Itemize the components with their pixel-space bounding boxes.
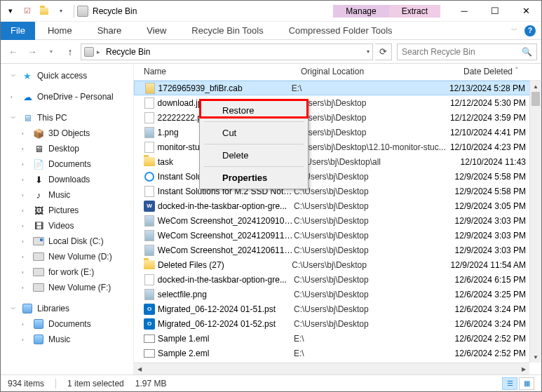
file-row[interactable]: WeCom Screenshot_202412061139...C:\Users… [134,243,541,257]
minimize-button[interactable]: ─ [449,1,480,21]
file-menu-button[interactable]: File [1,22,35,40]
context-tab-extract[interactable]: Extract [389,5,440,18]
scroll-right-icon[interactable]: ▶ [518,363,529,374]
vertical-scrollbar[interactable]: ▲ ▼ [529,81,541,363]
file-row[interactable]: Sample 1.emlE:\12/6/2024 2:52 PM [134,331,541,346]
search-icon[interactable]: 🔍 [522,47,532,57]
expand-ribbon-icon[interactable]: ﹀ [511,26,517,35]
file-row[interactable]: Wdocked-in-the-taskbar-option-gre...C:\U… [134,198,541,213]
qat-caret-icon[interactable]: ▾ [55,6,67,17]
navpane-item[interactable]: ›🖼Pictures [1,203,133,218]
navpane-item[interactable]: ›for work (E:) [1,264,133,280]
file-row[interactable]: Instant Solutions for M.2 SSD Not S...C:… [134,184,541,198]
refresh-button[interactable]: ⟳ [375,43,392,60]
context-menu-cut[interactable]: Cut [201,123,306,142]
close-button[interactable]: ✕ [510,1,541,21]
context-tab-manage[interactable]: Manage [333,5,388,18]
maximize-button[interactable]: ☐ [480,1,510,21]
search-input[interactable]: Search Recycle Bin 🔍 [397,43,537,60]
context-menu-properties[interactable]: Properties [201,168,306,187]
column-location[interactable]: Original Location [295,64,458,80]
star-icon: ★ [22,70,33,81]
scroll-left-icon[interactable]: ◀ [134,363,145,374]
qat-dropdown-icon[interactable]: ▾ [5,6,16,17]
navpane-thispc[interactable]: ﹀🖥This PC [1,110,133,126]
folder-icon: ♪ [33,189,44,201]
scroll-up-icon[interactable]: ▲ [530,81,541,92]
navpane-quick-access[interactable]: ﹀★Quick access [1,68,133,83]
menu-separator [204,166,304,167]
file-row[interactable]: WeCom Screenshot_202412091059...C:\Users… [134,213,541,228]
file-row[interactable]: Instant Solutions for M.2 SSD Not Sh...C… [134,169,541,184]
up-button[interactable]: ↑ [62,43,79,60]
file-row[interactable]: docked-in-the-taskbar-option-gre...C:\Us… [134,272,541,287]
navpane-item[interactable]: ›📄Documents [1,156,133,172]
file-date: 12/9/2024 3:05 PM [455,201,541,211]
context-menu-restore[interactable]: Restore [201,101,306,120]
navpane-item[interactable]: ›New Volume (D:) [1,249,133,264]
navpane-item[interactable]: ›🖥Desktop [1,141,133,156]
forward-button[interactable]: → [24,43,41,60]
file-icon [144,112,154,123]
navpane-onedrive[interactable]: ›☁OneDrive - Personal [1,89,133,104]
scroll-down-icon[interactable]: ▼ [530,351,541,363]
file-row[interactable]: WeCom Screenshot_202412091100...C:\Users… [134,228,541,243]
recent-button[interactable]: ▾ [43,43,60,60]
horizontal-scrollbar[interactable]: ◀ ▶ [134,363,529,374]
file-row[interactable]: selectfile.pngC:\Users\bj\Desktop12/6/20… [134,287,541,302]
navpane-item[interactable]: ›Local Disk (C:) [1,234,133,249]
navpane-item[interactable]: ›⬇Downloads [1,172,133,187]
file-row[interactable]: 1726965939_bfiBr.cabE:\12/13/2024 5:28 P… [134,81,541,95]
navpane-item[interactable]: ›Documents [1,316,133,332]
ribbon-tab-view[interactable]: View [134,22,179,40]
file-name: WeCom Screenshot_202412091100... [158,231,294,241]
file-date: 12/12/2024 3:59 PM [450,113,541,123]
view-details-button[interactable]: ☰ [502,377,517,390]
navpane-item[interactable]: ›♪Music [1,187,133,203]
file-location: C:\Users\bj\Desktop [294,216,455,226]
address-dropdown-icon[interactable]: ▾ [367,48,370,55]
mail-icon [144,349,155,358]
folder-icon: 📄 [33,158,44,170]
ribbon-tab-home[interactable]: Home [35,22,85,40]
view-thumbnails-button[interactable]: ▦ [519,377,534,390]
file-row[interactable]: taskC:\Users\bj\Desktop\all12/10/2024 11… [134,154,541,169]
file-date: 12/9/2024 5:58 PM [455,187,541,196]
file-row[interactable]: monitor-stuck-half.pngC:\Users\bj\Deskto… [134,140,541,154]
file-row[interactable]: OMigrated_06-12-2024 01-51.pstC:\Users\b… [134,302,541,316]
file-location: C:\Users\bj\Desktop [294,304,455,314]
breadcrumb-location[interactable]: Recycle Bin [103,47,153,57]
folder-icon: 🖼 [33,205,44,216]
navpane-item[interactable]: ›Music [1,332,133,347]
file-row[interactable]: Sample 2.emlE:\12/6/2024 2:52 PM [134,346,541,360]
help-icon[interactable]: ? [524,25,536,36]
qat-properties-icon[interactable]: ☑ [22,6,33,17]
qat-newfolder-icon[interactable] [39,6,50,17]
ribbon-tab-recyclebintools[interactable]: Recycle Bin Tools [179,22,276,40]
status-size: 1.97 MB [135,379,167,388]
navpane-item[interactable]: ›New Volume (F:) [1,280,133,295]
breadcrumb-sep-icon[interactable]: ▸ [97,48,100,55]
file-row[interactable]: download.jpgC:\Users\bj\Desktop12/12/202… [134,95,541,110]
ribbon-tab-compressedtools[interactable]: Compressed Folder Tools [276,22,405,40]
file-date: 12/9/2024 11:54 AM [451,260,541,270]
image-icon [144,289,154,300]
file-row[interactable]: OMigrated_06-12-2024 01-52.pstC:\Users\b… [134,316,541,331]
navpane-item[interactable]: ›📦3D Objects [1,126,133,141]
status-bar: 934 items 1 item selected 1.97 MB ☰ ▦ [1,374,541,391]
context-menu-delete[interactable]: Delete [201,146,306,165]
column-name[interactable]: Name [138,64,295,80]
navpane-libraries[interactable]: ﹀Libraries [1,301,133,316]
back-button[interactable]: ← [5,43,22,60]
address-bar[interactable]: ▸ Recycle Bin ▾ [81,43,373,60]
file-date: 12/6/2024 2:52 PM [455,334,541,344]
scroll-thumb[interactable] [531,92,540,106]
column-date[interactable]: Date Deleted ⌃ [458,64,541,80]
status-item-count: 934 items [8,379,44,388]
file-row[interactable]: 22222222.pngC:\Users\bj\Desktop12/12/202… [134,110,541,125]
file-name: docked-in-the-taskbar-option-gre... [158,275,294,285]
navpane-item[interactable]: ›🎞Videos [1,218,133,234]
file-row[interactable]: Deleted Files (27)C:\Users\bj\Desktop12/… [134,257,541,272]
ribbon-tab-share[interactable]: Share [85,22,135,40]
file-row[interactable]: 1.pngC:\Users\bj\Desktop12/10/2024 4:41 … [134,125,541,140]
